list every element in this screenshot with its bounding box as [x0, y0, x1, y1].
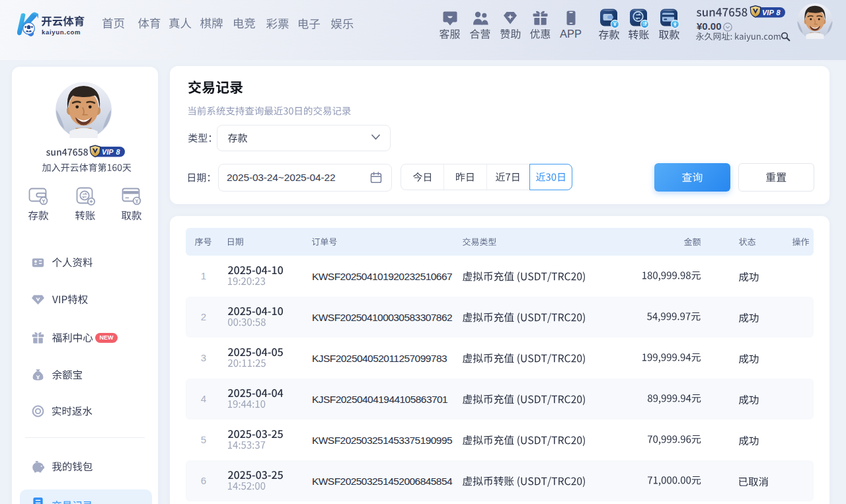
svg-text:8: 8	[116, 148, 120, 156]
svg-text:8: 8	[777, 9, 781, 17]
svg-text:VIP: VIP	[102, 148, 114, 156]
svg-text:VIP: VIP	[762, 9, 774, 17]
